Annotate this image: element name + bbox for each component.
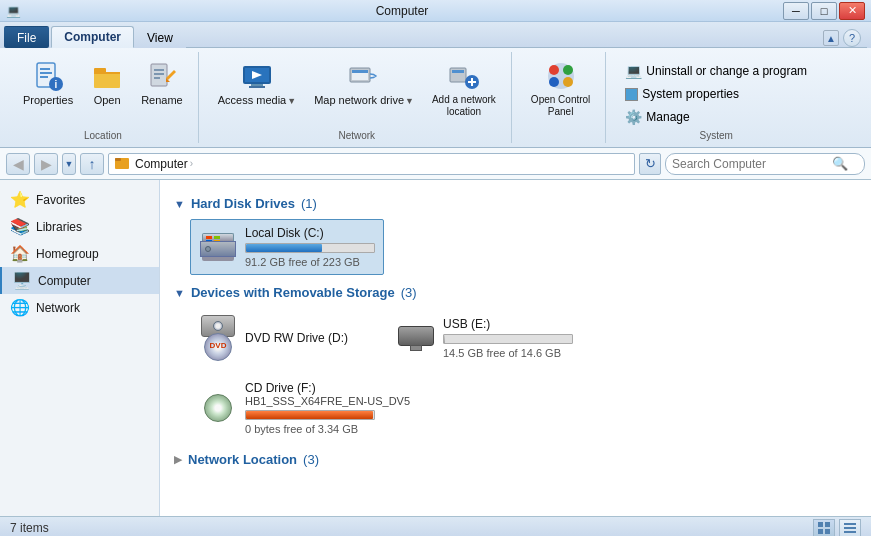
close-button[interactable]: ✕ bbox=[839, 2, 865, 20]
network-location-arrow[interactable]: ▶ bbox=[174, 453, 182, 466]
local-disk-info: Local Disk (C:) 91.2 GB free of 223 GB bbox=[245, 226, 375, 268]
dropdown-button[interactable]: ▼ bbox=[62, 153, 76, 175]
favorites-icon: ⭐ bbox=[10, 190, 30, 209]
manage-icon: ⚙️ bbox=[625, 109, 642, 125]
control-panel-icon bbox=[545, 60, 577, 92]
cd-drive-icon bbox=[199, 394, 237, 422]
sidebar-item-libraries[interactable]: 📚 Libraries bbox=[0, 213, 159, 240]
help-button[interactable]: ? bbox=[843, 29, 861, 47]
title-bar-buttons: ─ □ ✕ bbox=[783, 2, 865, 20]
removable-section-title: Devices with Removable Storage bbox=[191, 285, 395, 300]
ribbon-group-location: i Properties Open bbox=[8, 52, 199, 143]
sidebar-item-homegroup[interactable]: 🏠 Homegroup bbox=[0, 240, 159, 267]
quick-access-up[interactable]: ▲ bbox=[823, 30, 839, 46]
minimize-button[interactable]: ─ bbox=[783, 2, 809, 20]
computer-label: Computer bbox=[38, 274, 91, 288]
network-location-section-header: ▶ Network Location (3) bbox=[174, 452, 857, 467]
address-path[interactable]: Computer › bbox=[108, 153, 635, 175]
status-bar: 7 items bbox=[0, 516, 871, 536]
hdd-section-title: Hard Disk Drives bbox=[191, 196, 295, 211]
svg-rect-33 bbox=[818, 522, 823, 527]
open-icon bbox=[91, 60, 123, 92]
network-location-count: (3) bbox=[303, 452, 319, 467]
properties-icon: i bbox=[32, 60, 64, 92]
hdd-section-header: ▼ Hard Disk Drives (1) bbox=[174, 196, 857, 211]
usb-drive-info: USB (E:) 14.5 GB free of 14.6 GB bbox=[443, 317, 573, 359]
local-disk-bar-container bbox=[245, 243, 375, 253]
manage-button[interactable]: ⚙️ Manage bbox=[618, 106, 814, 128]
dvd-drive-icon: DVD bbox=[199, 315, 237, 361]
forward-button[interactable]: ▶ bbox=[34, 153, 58, 175]
cd-drive-item[interactable]: CD Drive (F:) HB1_SSS_X64FRE_EN-US_DV5 0… bbox=[190, 374, 419, 442]
libraries-icon: 📚 bbox=[10, 217, 30, 236]
ribbon-tabs: File Computer View ▲ ? bbox=[0, 22, 871, 48]
sidebar-item-network[interactable]: 🌐 Network bbox=[0, 294, 159, 321]
svg-rect-20 bbox=[352, 70, 368, 73]
rename-button[interactable]: Rename bbox=[134, 56, 190, 111]
back-button[interactable]: ◀ bbox=[6, 153, 30, 175]
search-icon: 🔍 bbox=[832, 156, 848, 171]
removable-section-header: ▼ Devices with Removable Storage (3) bbox=[174, 285, 857, 300]
computer-icon: 🖥️ bbox=[12, 271, 32, 290]
open-button[interactable]: Open bbox=[84, 56, 130, 111]
open-control-panel-button[interactable]: Open ControlPanel bbox=[524, 56, 597, 122]
search-box[interactable]: 🔍 bbox=[665, 153, 865, 175]
removable-section-count: (3) bbox=[401, 285, 417, 300]
svg-rect-36 bbox=[825, 529, 830, 534]
access-media-dropdown[interactable]: ▼ bbox=[287, 96, 296, 106]
tile-view-button[interactable] bbox=[813, 519, 835, 537]
removable-devices-row: DVD DVD RW Drive (D:) USB (E:) bbox=[190, 308, 857, 368]
removable-collapse-arrow[interactable]: ▼ bbox=[174, 287, 185, 299]
map-drive-dropdown[interactable]: ▼ bbox=[405, 96, 414, 106]
dvd-drive-item[interactable]: DVD DVD RW Drive (D:) bbox=[190, 308, 380, 368]
access-media-button[interactable]: Access media ▼ bbox=[211, 56, 303, 111]
window-title: Computer bbox=[21, 4, 783, 18]
homegroup-label: Homegroup bbox=[36, 247, 99, 261]
usb-drive-icon bbox=[397, 326, 435, 351]
svg-rect-35 bbox=[818, 529, 823, 534]
list-view-button[interactable] bbox=[839, 519, 861, 537]
map-network-drive-button[interactable]: Map network drive ▼ bbox=[307, 56, 421, 111]
system-properties-button[interactable]: System properties bbox=[618, 84, 814, 104]
network-icon: 🌐 bbox=[10, 298, 30, 317]
svg-point-28 bbox=[563, 65, 573, 75]
path-segment-computer: Computer bbox=[135, 157, 188, 171]
svg-rect-38 bbox=[844, 527, 856, 529]
main-layout: ⭐ Favorites 📚 Libraries 🏠 Homegroup 🖥️ C… bbox=[0, 180, 871, 516]
sidebar-item-computer[interactable]: 🖥️ Computer bbox=[0, 267, 159, 294]
sidebar-item-favorites[interactable]: ⭐ Favorites bbox=[0, 186, 159, 213]
search-input[interactable] bbox=[672, 157, 832, 171]
svg-rect-34 bbox=[825, 522, 830, 527]
tab-computer[interactable]: Computer bbox=[51, 26, 134, 48]
properties-button[interactable]: i Properties bbox=[16, 56, 80, 111]
cd-drive-info: CD Drive (F:) HB1_SSS_X64FRE_EN-US_DV5 0… bbox=[245, 381, 410, 435]
cd-drives-row: CD Drive (F:) HB1_SSS_X64FRE_EN-US_DV5 0… bbox=[190, 374, 857, 442]
tab-file[interactable]: File bbox=[4, 26, 49, 48]
usb-drive-bar bbox=[444, 335, 445, 343]
network-group-label: Network bbox=[211, 128, 503, 143]
local-disk-c-item[interactable]: Local Disk (C:) 91.2 GB free of 223 GB bbox=[190, 219, 384, 275]
ribbon: File Computer View ▲ ? bbox=[0, 22, 871, 148]
maximize-button[interactable]: □ bbox=[811, 2, 837, 20]
uninstall-change-program-button[interactable]: 💻 Uninstall or change a program bbox=[618, 60, 814, 82]
items-count: 7 items bbox=[10, 521, 49, 535]
location-group-items: i Properties Open bbox=[16, 52, 190, 128]
rename-label: Rename bbox=[141, 94, 183, 107]
usb-drive-free: 14.5 GB free of 14.6 GB bbox=[443, 347, 573, 359]
tab-view[interactable]: View bbox=[134, 26, 186, 48]
network-group-items: Access media ▼ Map network d bbox=[211, 52, 503, 128]
open-label: Open bbox=[94, 94, 121, 107]
add-network-location-button[interactable]: Add a networklocation bbox=[425, 56, 503, 122]
cd-drive-free: 0 bytes free of 3.34 GB bbox=[245, 423, 410, 435]
add-location-label: Add a networklocation bbox=[432, 94, 496, 118]
hdd-collapse-arrow[interactable]: ▼ bbox=[174, 198, 185, 210]
refresh-button[interactable]: ↻ bbox=[639, 153, 661, 175]
svg-rect-22 bbox=[452, 70, 464, 73]
app-icon: 💻 bbox=[6, 4, 21, 18]
libraries-label: Libraries bbox=[36, 220, 82, 234]
controlpanel-group-label bbox=[524, 139, 597, 143]
svg-rect-32 bbox=[115, 158, 121, 161]
up-button[interactable]: ↑ bbox=[80, 153, 104, 175]
usb-drive-item[interactable]: USB (E:) 14.5 GB free of 14.6 GB bbox=[388, 308, 582, 368]
svg-rect-2 bbox=[40, 72, 52, 74]
